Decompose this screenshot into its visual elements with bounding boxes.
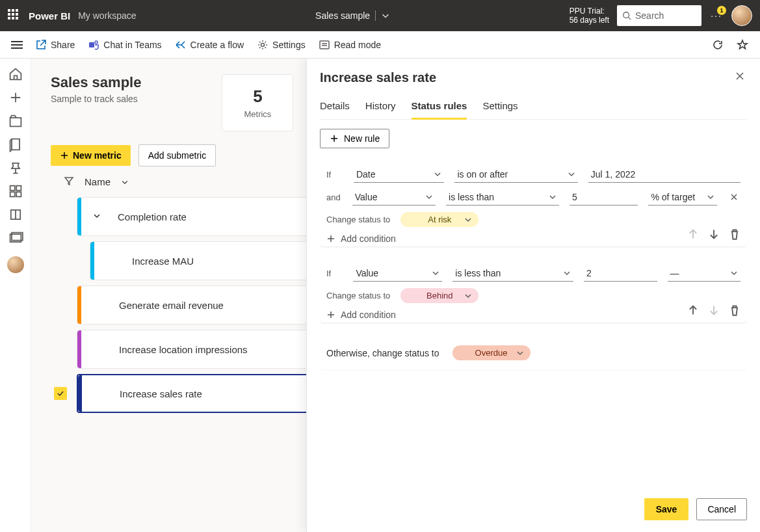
share-button[interactable]: Share xyxy=(30,36,80,53)
left-nav-rail xyxy=(0,59,31,532)
condition-value-input[interactable]: 5 xyxy=(570,189,638,206)
home-icon[interactable] xyxy=(8,66,23,82)
condition-unit-dropdown[interactable]: % of target xyxy=(648,189,717,206)
browse-icon[interactable] xyxy=(8,113,23,129)
search-icon xyxy=(622,11,631,20)
tab-status-rules[interactable]: Status rules xyxy=(412,95,467,120)
chevron-down-icon xyxy=(432,269,439,277)
svg-point-0 xyxy=(623,12,629,18)
create-icon[interactable] xyxy=(8,90,23,105)
condition-value-input[interactable]: Jul 1, 2022 xyxy=(588,166,740,183)
workspaces-icon[interactable] xyxy=(8,230,23,246)
plus-icon xyxy=(326,310,335,319)
tab-history[interactable]: History xyxy=(365,95,396,119)
create-flow-button[interactable]: Create a flow xyxy=(170,36,249,53)
new-rule-button[interactable]: New rule xyxy=(320,129,389,148)
condition-conjunction: and xyxy=(326,193,342,202)
data-hub-icon[interactable] xyxy=(8,137,23,152)
condition-operator-dropdown[interactable]: is on or after xyxy=(454,166,577,183)
user-avatar[interactable] xyxy=(731,5,752,26)
chevron-down-icon xyxy=(434,170,441,178)
filter-icon[interactable] xyxy=(64,176,74,188)
metric-name: Increase sales rate xyxy=(120,388,202,399)
tab-details[interactable]: Details xyxy=(320,95,350,119)
scorecard-title: Sales sample xyxy=(51,74,141,91)
chevron-down-icon[interactable] xyxy=(121,178,129,186)
close-icon xyxy=(735,72,744,81)
condition-field-dropdown[interactable]: Value xyxy=(353,265,442,282)
delete-rule-button[interactable] xyxy=(729,228,740,240)
condition-value-input[interactable]: 2 xyxy=(584,265,657,282)
search-input[interactable]: Search xyxy=(617,5,701,26)
star-icon xyxy=(737,39,748,51)
chevron-down-icon xyxy=(730,269,738,277)
chevron-down-icon xyxy=(425,193,433,201)
close-panel-button[interactable] xyxy=(733,69,747,86)
save-button[interactable]: Save xyxy=(644,498,689,520)
add-submetric-button[interactable]: Add submetric xyxy=(138,144,216,166)
goals-icon[interactable] xyxy=(8,160,23,176)
refresh-icon xyxy=(712,39,724,51)
rule-card: IfValueis less than2—Change status toBeh… xyxy=(320,256,747,323)
favorite-button[interactable] xyxy=(731,36,753,53)
learn-icon[interactable] xyxy=(8,207,23,222)
chevron-down-icon[interactable] xyxy=(93,211,101,222)
svg-rect-5 xyxy=(10,186,14,191)
condition-operator-dropdown[interactable]: is less than xyxy=(452,265,573,282)
new-metric-button[interactable]: New metric xyxy=(51,145,131,166)
flow-icon xyxy=(175,39,187,51)
more-options[interactable]: ··· 1 xyxy=(709,8,724,23)
otherwise-status-dropdown[interactable]: Overdue xyxy=(452,345,531,360)
read-mode-button[interactable]: Read mode xyxy=(313,36,386,53)
report-name[interactable]: Sales sample xyxy=(315,10,370,21)
status-dropdown[interactable]: Behind xyxy=(400,288,478,303)
metric-name: Increase location impressions xyxy=(119,344,248,355)
scorecard-subtitle: Sample to track sales xyxy=(51,94,141,104)
chevron-down-icon xyxy=(707,193,714,201)
svg-rect-8 xyxy=(16,192,21,196)
chevron-down-icon[interactable] xyxy=(381,11,390,20)
trial-status[interactable]: PPU Trial: 56 days left xyxy=(570,7,609,25)
app-launcher-icon[interactable] xyxy=(8,9,21,22)
chevron-down-icon xyxy=(563,269,571,277)
cancel-button[interactable]: Cancel xyxy=(696,498,747,520)
refresh-button[interactable] xyxy=(707,36,729,53)
condition-field-dropdown[interactable]: Date xyxy=(354,166,445,183)
teams-icon xyxy=(88,39,99,51)
column-name-header[interactable]: Name xyxy=(85,176,111,187)
chevron-down-icon xyxy=(568,170,575,178)
share-icon xyxy=(35,39,47,51)
chevron-down-icon xyxy=(464,216,472,224)
plus-icon xyxy=(60,151,69,160)
condition-unit-dropdown[interactable]: — xyxy=(668,265,740,282)
chat-teams-button[interactable]: Chat in Teams xyxy=(83,36,166,53)
move-up-button[interactable] xyxy=(687,304,699,316)
change-status-label: Change status to xyxy=(326,291,390,300)
remove-condition-button[interactable] xyxy=(727,193,740,203)
condition-operator-dropdown[interactable]: is less than xyxy=(446,189,559,206)
metric-checkbox[interactable] xyxy=(54,387,67,400)
brand-label: Power BI xyxy=(29,10,70,21)
gear-icon xyxy=(257,39,269,51)
metric-name: Generate email revenue xyxy=(119,300,224,311)
plus-icon xyxy=(326,234,335,243)
nav-toggle-icon[interactable] xyxy=(7,41,27,49)
status-dropdown[interactable]: At risk xyxy=(400,212,478,227)
move-down-button xyxy=(708,304,720,316)
svg-rect-7 xyxy=(10,192,14,196)
metric-name: Completion rate xyxy=(118,211,187,222)
apps-icon[interactable] xyxy=(8,183,23,199)
divider xyxy=(375,10,376,21)
condition-conjunction: If xyxy=(326,269,343,278)
delete-rule-button[interactable] xyxy=(729,304,740,316)
tab-settings[interactable]: Settings xyxy=(482,95,518,119)
chevron-down-icon xyxy=(516,349,524,357)
move-down-button[interactable] xyxy=(708,228,720,240)
notification-badge: 1 xyxy=(717,6,726,15)
kpi-metrics-card[interactable]: 5 Metrics xyxy=(222,74,293,131)
workspace-avatar[interactable] xyxy=(7,256,24,273)
workspace-label[interactable]: My workspace xyxy=(78,10,136,21)
condition-field-dropdown[interactable]: Value xyxy=(352,189,436,206)
settings-button[interactable]: Settings xyxy=(252,36,311,53)
chevron-down-icon xyxy=(464,292,472,300)
